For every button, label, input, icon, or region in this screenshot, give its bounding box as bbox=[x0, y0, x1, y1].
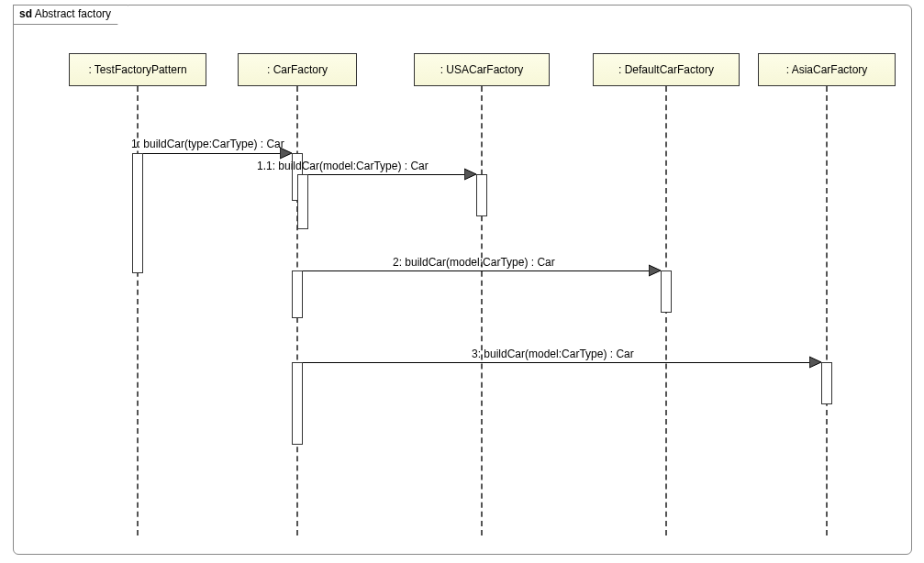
participant-test-factory: : TestFactoryPattern bbox=[69, 53, 206, 86]
diagram-canvas: sd Abstract factory : TestFactoryPattern… bbox=[0, 0, 924, 563]
arrow-head-icon bbox=[464, 167, 479, 182]
svg-marker-3 bbox=[809, 357, 821, 368]
frame-title-tab: sd Abstract factory bbox=[13, 5, 128, 25]
message-arrow bbox=[308, 174, 473, 175]
arrow-head-icon bbox=[280, 146, 295, 160]
participant-car-factory: : CarFactory bbox=[238, 53, 357, 86]
participant-label: : CarFactory bbox=[267, 63, 328, 76]
frame-prefix: sd bbox=[19, 7, 32, 20]
activation-bar bbox=[132, 153, 143, 273]
message-arrow bbox=[303, 270, 658, 271]
message-label: 1.1: buildCar(model:CarType) : Car bbox=[257, 160, 429, 172]
svg-marker-2 bbox=[649, 265, 661, 276]
participant-label: : USACarFactory bbox=[440, 63, 524, 76]
activation-bar bbox=[292, 362, 303, 445]
arrow-head-icon bbox=[809, 355, 824, 370]
activation-bar bbox=[292, 270, 303, 318]
participant-label: : DefaultCarFactory bbox=[618, 63, 714, 76]
svg-marker-1 bbox=[464, 169, 476, 180]
participant-asia-car-factory: : AsiaCarFactory bbox=[758, 53, 896, 86]
participant-usa-car-factory: : USACarFactory bbox=[414, 53, 550, 86]
lifeline bbox=[481, 86, 483, 535]
participant-label: : TestFactoryPattern bbox=[88, 63, 186, 76]
message-label: 3: buildCar(model:CarType) : Car bbox=[472, 348, 634, 360]
svg-marker-0 bbox=[280, 148, 292, 159]
activation-bar bbox=[297, 174, 308, 229]
lifeline bbox=[826, 86, 828, 535]
participant-label: : AsiaCarFactory bbox=[786, 63, 868, 76]
message-label: 2: buildCar(model:CarType) : Car bbox=[393, 256, 555, 269]
participant-default-car-factory: : DefaultCarFactory bbox=[593, 53, 740, 86]
message-arrow bbox=[143, 153, 289, 154]
message-arrow bbox=[303, 362, 818, 363]
sequence-frame: sd Abstract factory bbox=[13, 5, 912, 555]
arrow-head-icon bbox=[649, 263, 663, 278]
frame-title: Abstract factory bbox=[35, 7, 111, 20]
message-label: 1: buildCar(type:CarType) : Car bbox=[131, 138, 284, 150]
